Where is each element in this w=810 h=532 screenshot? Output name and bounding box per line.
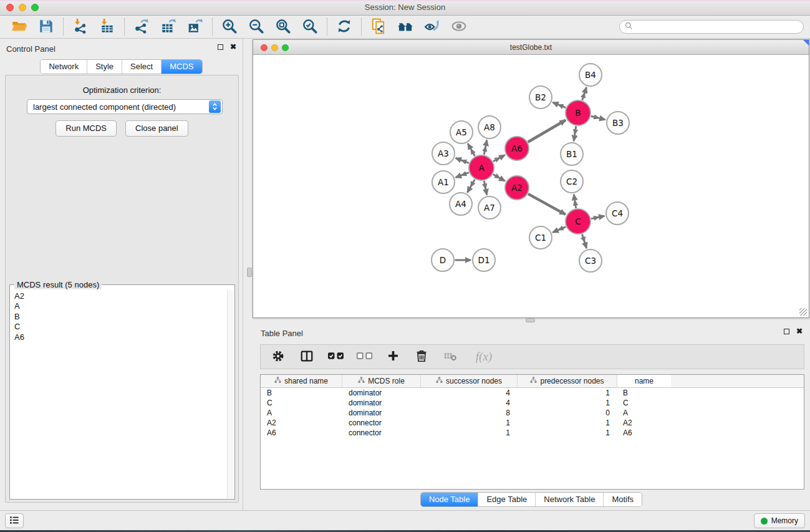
edge-C-C1[interactable] [552,227,566,233]
edge-B-B2[interactable] [552,102,566,108]
export-image-button[interactable] [185,17,206,37]
delete-table-button[interactable] [441,347,459,366]
table-cell[interactable]: dominator [342,398,421,408]
tab-network-table[interactable]: Network Table [535,493,603,506]
create-column-button[interactable] [384,347,402,366]
table-cell[interactable]: 1 [518,428,617,438]
memory-button[interactable]: Memory [754,513,805,528]
edge-A-A8[interactable] [484,140,487,155]
criterion-dropdown[interactable]: largest connected component (directed) [27,99,223,114]
mcds-result-item[interactable]: A2 [14,291,227,301]
edge-A2-C[interactable] [528,194,566,215]
edge-A-A6[interactable] [493,155,505,162]
tab-select[interactable]: Select [122,60,161,74]
column-header-successor-nodes[interactable]: successor nodes [421,375,518,387]
table-cell[interactable]: dominator [342,408,421,418]
table-row[interactable]: Adominator80A [261,408,804,418]
show-panels-button[interactable] [5,513,24,528]
mcds-result-item[interactable]: B [14,312,227,322]
edge-A-A7[interactable] [484,181,487,195]
table-cell[interactable]: A2 [261,418,342,428]
table-cell[interactable]: C [617,398,671,408]
edge-B-B4[interactable] [582,87,587,100]
horizontal-split-handle[interactable] [526,318,535,322]
table-cell[interactable]: A [617,408,671,418]
import-network-button[interactable] [70,17,91,37]
table-row[interactable]: Bdominator41B [261,388,804,398]
tab-motifs[interactable]: Motifs [603,493,642,506]
mcds-result-item[interactable]: A6 [14,332,227,342]
import-table-button[interactable] [97,17,118,37]
column-header-predecessor-nodes[interactable]: predecessor nodes [518,375,617,387]
save-session-button[interactable] [36,17,57,37]
table-row[interactable]: A6connector11A6 [261,428,804,438]
table-cell[interactable]: A6 [617,428,671,438]
table-cell[interactable]: 4 [421,388,518,398]
close-panel-button[interactable]: Close panel [125,120,188,137]
edge-A-A2[interactable] [493,175,505,181]
result-scrollbar[interactable] [227,290,234,498]
tab-network[interactable]: Network [41,60,87,74]
zoom-in-button[interactable] [219,17,240,37]
first-neighbors-button[interactable] [395,17,416,37]
window-resize-grip[interactable] [799,308,807,316]
table-cell[interactable]: connector [342,428,421,438]
zoom-out-button[interactable] [246,17,267,37]
table-cell[interactable]: connector [342,418,421,428]
toggle-detail-button[interactable] [422,17,443,37]
table-cell[interactable]: dominator [342,388,421,398]
tab-node-table[interactable]: Node Table [421,493,478,506]
table-cell[interactable]: C [261,398,342,408]
network-snapshot-button[interactable] [368,17,389,37]
function-builder-button[interactable]: f(x) [470,347,498,366]
column-header-name[interactable]: name [617,375,671,387]
table-cell[interactable]: B [617,388,671,398]
tab-edge-table[interactable]: Edge Table [478,493,535,506]
export-table-button[interactable] [158,17,179,37]
delete-column-button[interactable] [413,347,430,366]
column-header-shared-name[interactable]: shared name [261,375,342,387]
zoom-selected-button[interactable] [299,17,321,37]
edge-B-B1[interactable] [574,126,576,141]
table-cell[interactable]: 1 [518,418,617,428]
edge-A6-B[interactable] [528,120,566,142]
edge-C-C3[interactable] [582,234,587,248]
mcds-result-item[interactable]: C [14,322,227,332]
tab-mcds[interactable]: MCDS [161,60,201,74]
select-all-columns-button[interactable] [327,347,344,366]
table-cell[interactable]: 0 [518,408,617,418]
search-input[interactable] [635,21,803,32]
edge-A-A3[interactable] [456,158,469,163]
table-cell[interactable]: 8 [421,408,518,418]
edge-B-B3[interactable] [591,116,605,120]
column-header-MCDS-role[interactable]: MCDS role [342,375,421,387]
run-mcds-button[interactable]: Run MCDS [55,120,117,137]
table-cell[interactable]: 1 [518,388,617,398]
table-row[interactable]: A2connector11A2 [261,418,804,428]
table-cell[interactable]: 4 [421,398,518,408]
unselect-all-columns-button[interactable] [355,347,373,366]
table-cell[interactable]: B [261,388,342,398]
toggle-columns-button[interactable] [298,347,316,366]
tab-style[interactable]: Style [87,60,122,74]
vertical-split-handle[interactable] [247,268,252,277]
mcds-result-item[interactable]: A [14,301,227,311]
edge-C-C2[interactable] [574,195,576,208]
table-cell[interactable]: 1 [518,398,617,408]
table-cell[interactable]: A2 [617,418,671,428]
table-row[interactable]: Cdominator41C [261,398,804,408]
table-cell[interactable]: 1 [421,428,518,438]
table-cell[interactable]: A [261,408,342,418]
edge-A-A1[interactable] [456,173,469,178]
table-cell[interactable]: 1 [421,418,518,428]
network-canvas[interactable]: AA1A3A5A8A4A7A6A2BB1B2B3B4CC1C2C3C4DD1 [253,55,809,317]
table-settings-button[interactable] [269,347,287,366]
edge-A-A4[interactable] [467,180,475,193]
float-table-panel-icon[interactable] [784,329,789,334]
table-cell[interactable]: A6 [261,428,342,438]
refresh-layout-button[interactable] [334,17,355,37]
edge-C-C4[interactable] [591,216,604,218]
float-panel-icon[interactable] [218,44,223,50]
close-table-panel-icon[interactable]: ✖ [796,328,803,334]
birds-eye-view-button[interactable] [448,17,470,37]
